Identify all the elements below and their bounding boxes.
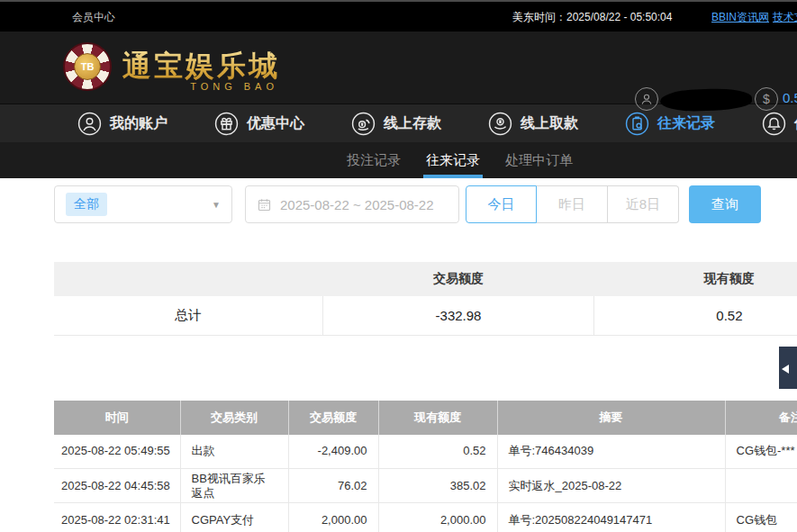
cell-type: CGPAY支付 bbox=[180, 503, 288, 532]
account-balance[interactable]: 0.52 bbox=[783, 90, 797, 105]
col-header-type: 交易类别 bbox=[180, 401, 288, 435]
nav-online-withdrawal[interactable]: 线上取款 bbox=[488, 112, 578, 136]
yesterday-button[interactable]: 昨日 bbox=[537, 185, 608, 223]
cell-summary: 单号:746434039 bbox=[497, 435, 725, 469]
cell-amount: 2,000.00 bbox=[288, 503, 378, 532]
nav-online-deposit[interactable]: 线上存款 bbox=[351, 112, 441, 136]
tab-betting-records[interactable]: 投注记录 bbox=[347, 142, 401, 178]
table-row: 2025-08-22 02:31:41 CGPAY支付 2,000.00 2,0… bbox=[54, 503, 797, 532]
cell-amount: -2,409.00 bbox=[288, 435, 378, 469]
nav-transaction-records[interactable]: 往来记录 bbox=[625, 112, 715, 136]
us-eastern-time: 美东时间：2025/08/22 - 05:50:04 bbox=[512, 10, 672, 25]
nav-label: 往来记录 bbox=[657, 114, 715, 133]
cell-time: 2025-08-22 02:31:41 bbox=[54, 503, 180, 532]
date-range-value: 2025-08-22 ~ 2025-08-22 bbox=[280, 197, 434, 212]
filter-bar: 全部 ▼ 2025-08-22 ~ 2025-08-22 今日 昨日 近8日 查… bbox=[0, 185, 797, 223]
nav-label: 线上取款 bbox=[521, 114, 578, 133]
gift-icon bbox=[214, 112, 239, 136]
search-button[interactable]: 查询 bbox=[689, 185, 761, 223]
category-select[interactable]: 全部 ▼ bbox=[54, 185, 232, 223]
col-header-balance: 现有额度 bbox=[378, 401, 497, 435]
col-header-note: 备注 bbox=[725, 401, 797, 435]
dollar-sign: $ bbox=[763, 92, 770, 106]
last-8-days-button[interactable]: 近8日 bbox=[608, 185, 679, 223]
nav-message-center[interactable]: 信息中心 bbox=[762, 112, 797, 136]
cell-note: CG钱包 bbox=[725, 503, 797, 532]
total-trade-amount: -332.98 bbox=[323, 296, 594, 335]
nav-label: 线上存款 bbox=[384, 114, 441, 133]
cell-time: 2025-08-22 05:49:55 bbox=[54, 435, 180, 469]
col-header-time: 时间 bbox=[54, 401, 180, 435]
records-header-row: 时间 交易类别 交易额度 现有额度 摘要 备注 bbox=[54, 401, 797, 435]
cell-balance: 2,000.00 bbox=[378, 503, 497, 532]
member-center-link[interactable]: 会员中心 bbox=[72, 10, 115, 25]
arrow-left-icon bbox=[782, 365, 789, 374]
cell-type: BB视讯百家乐返点 bbox=[180, 469, 288, 503]
col-header-amount: 交易额度 bbox=[288, 401, 378, 435]
records-icon bbox=[625, 112, 649, 136]
quick-range-group: 今日 昨日 近8日 bbox=[466, 185, 679, 223]
date-range-input[interactable]: 2025-08-22 ~ 2025-08-22 bbox=[245, 185, 459, 223]
total-current-amount: 0.52 bbox=[593, 296, 797, 335]
brand-name-en: TONG BAO bbox=[190, 81, 278, 92]
withdraw-icon bbox=[488, 112, 512, 136]
brand-text: 通宝娱乐城 TONG BAO bbox=[122, 47, 280, 86]
selected-category-chip: 全部 bbox=[66, 193, 107, 216]
dollar-balance-icon: $ bbox=[755, 87, 778, 111]
brand-header: TB 通宝娱乐城 TONG BAO $ 0.52 bbox=[0, 32, 797, 104]
tab-transaction-records[interactable]: 往来记录 bbox=[426, 142, 480, 178]
nav-promotions[interactable]: 优惠中心 bbox=[214, 112, 304, 136]
summary-total-row: 总计 -332.98 0.52 bbox=[54, 296, 797, 335]
cell-type: 出款 bbox=[180, 435, 288, 469]
records-subnav: 投注记录 往来记录 处理中订单 bbox=[0, 142, 797, 178]
cell-summary: 单号:202508224049147471 bbox=[497, 503, 725, 532]
poker-chip-logo-icon: TB bbox=[63, 42, 112, 91]
chevron-down-icon: ▼ bbox=[212, 200, 221, 210]
cell-note bbox=[725, 469, 797, 503]
table-row: 2025-08-22 04:45:58 BB视讯百家乐返点 76.02 385.… bbox=[54, 469, 797, 503]
summary-header-row: 交易额度 现有额度 bbox=[54, 262, 797, 296]
nav-my-account[interactable]: 我的账户 bbox=[77, 112, 168, 136]
cell-note: CG钱包-*** bbox=[725, 435, 797, 469]
summary-table: 交易额度 现有额度 总计 -332.98 0.52 bbox=[54, 262, 797, 336]
summary-header-current-amount: 现有额度 bbox=[593, 262, 797, 296]
summary-header-trade-amount: 交易额度 bbox=[323, 262, 594, 296]
tech-support-link[interactable]: 技术支持 bbox=[773, 10, 797, 25]
chip-initials: TB bbox=[74, 53, 101, 80]
bell-icon bbox=[762, 112, 786, 136]
summary-header-blank bbox=[54, 262, 323, 296]
user-icon bbox=[77, 112, 102, 136]
bbin-news-link[interactable]: BBIN资讯网 bbox=[711, 10, 769, 25]
deposit-icon bbox=[351, 112, 376, 136]
tab-pending-orders[interactable]: 处理中订单 bbox=[505, 142, 573, 178]
site-logo[interactable]: TB 通宝娱乐城 TONG BAO bbox=[63, 42, 280, 91]
cell-time: 2025-08-22 04:45:58 bbox=[54, 469, 180, 503]
nav-label: 我的账户 bbox=[110, 114, 168, 133]
col-header-summary: 摘要 bbox=[497, 401, 725, 435]
top-utility-bar: 会员中心 美东时间：2025/08/22 - 05:50:04 BBIN资讯网 … bbox=[0, 0, 797, 32]
table-row: 2025-08-22 05:49:55 出款 -2,409.00 0.52 单号… bbox=[54, 435, 797, 469]
today-button[interactable]: 今日 bbox=[466, 185, 537, 223]
nav-label: 优惠中心 bbox=[247, 114, 304, 133]
cell-summary: 实时返水_2025-08-22 bbox=[497, 469, 725, 503]
cell-amount: 76.02 bbox=[288, 469, 378, 503]
calendar-icon bbox=[257, 197, 272, 212]
cell-balance: 385.02 bbox=[378, 469, 497, 503]
collapse-side-panel-button[interactable] bbox=[779, 347, 797, 389]
records-table: 时间 交易类别 交易额度 现有额度 摘要 备注 2025-08-22 05:49… bbox=[54, 401, 797, 532]
cell-balance: 0.52 bbox=[378, 435, 497, 469]
user-avatar-icon bbox=[635, 87, 658, 111]
total-label: 总计 bbox=[54, 296, 323, 335]
